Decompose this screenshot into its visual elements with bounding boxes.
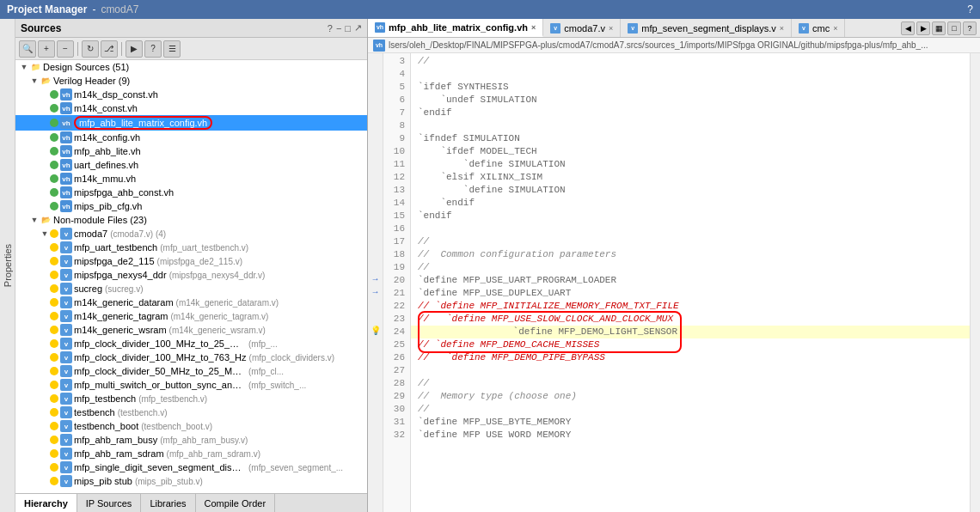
tree-item-mfp-ahb-lite-matrix-config[interactable]: vh mfp_ahb_lite_matrix_config.vh: [15, 115, 367, 131]
tab-mfp-seven-seg[interactable]: v mfp_seven_segment_displays.v ×: [621, 19, 792, 37]
status-dot-m14k-config: [50, 133, 58, 142]
tree-item-mipsfpga-de2-115[interactable]: v mipsfpga_de2_115 (mipsfpga_de2_115.v): [15, 254, 367, 268]
tab-nav-prev[interactable]: ◀: [901, 21, 915, 35]
tree-item-mfp-ahb-lite[interactable]: vh mfp_ahb_lite.vh: [15, 144, 367, 158]
tab-hierarchy[interactable]: Hierarchy: [15, 494, 77, 512]
sources-title: Sources: [21, 22, 61, 34]
tree-item-m14k-dsp-const[interactable]: vh m14k_dsp_const.vh: [15, 88, 367, 101]
cmoda7-toggle[interactable]: ▼: [40, 229, 50, 238]
gutter-row-7: [368, 105, 383, 118]
tree-item-mfp-ahb-ram-sdram[interactable]: v mfp_ahb_ram_sdram (mfp_ahb_ram_sdram.v…: [15, 447, 367, 460]
v-icon-clk100-763: v: [60, 351, 72, 363]
vh-icon-m14k-dsp-const: vh: [60, 88, 72, 101]
label-m14k-const: m14k_const.vh: [74, 103, 138, 113]
gutter-row-3: [368, 53, 383, 66]
title-help[interactable]: ?: [967, 3, 973, 15]
tree-item-m14k-config[interactable]: vh m14k_config.vh: [15, 131, 367, 144]
verilog-header-node[interactable]: ▼ 📂 Verilog Header (9): [15, 74, 367, 88]
gutter-row-5: [368, 79, 383, 92]
tree-item-mips-pib-cfg[interactable]: vh mips_pib_cfg.vh: [15, 199, 367, 213]
label-multi-switch: mfp_multi_switch_or_button_sync_and_debo…: [74, 380, 246, 390]
tree-item-m14k-generic-dataram[interactable]: v m14k_generic_dataram (m14k_generic_dat…: [15, 296, 367, 309]
tree-item-mipsfpga-nexys4-ddr[interactable]: v mipsfpga_nexys4_ddr (mipsfpga_nexys4_d…: [15, 268, 367, 282]
non-module-files-node[interactable]: ▼ 📂 Non-module Files (23): [15, 213, 367, 227]
menu-btn[interactable]: ☰: [163, 40, 181, 58]
panel-expand-btn[interactable]: ↗: [354, 22, 362, 34]
panel-help-btn[interactable]: ?: [328, 23, 333, 34]
sublabel-testbench-boot: (testbench_boot.v): [141, 422, 212, 431]
panel-minimize-btn[interactable]: −: [336, 23, 341, 34]
tab-nav-list[interactable]: ▦: [932, 21, 946, 35]
non-module-label: Non-module Files (23): [53, 215, 147, 225]
code-editor[interactable]: // `ifdef SYNTHESIS `undef SIMULATION `e…: [411, 53, 970, 512]
tab-cmc[interactable]: v cmc ×: [792, 19, 845, 37]
tree-item-mfp-single-digit[interactable]: v mfp_single_digit_seven_segment_display…: [15, 460, 367, 474]
tab-mfp-ahb-matrix-config[interactable]: vh mfp_ahb_lite_matrix_config.vh ×: [368, 19, 543, 37]
tree-item-mipsfpga-ahb-const[interactable]: vh mipsfpga_ahb_const.vh: [15, 186, 367, 199]
tree-item-mfp-testbench[interactable]: v mfp_testbench (mfp_testbench.v): [15, 392, 367, 405]
tab-close-mfp-ahb[interactable]: ×: [531, 23, 536, 32]
tree-item-uart-defines[interactable]: vh uart_defines.vh: [15, 158, 367, 172]
tree-item-m14k-generic-tagram[interactable]: v m14k_generic_tagram (m14k_generic_tagr…: [15, 309, 367, 323]
code-line-18: // Common configuration parameters: [411, 248, 970, 261]
design-sources-node[interactable]: ▼ 📁 Design Sources (51): [15, 60, 367, 74]
search-btn[interactable]: 🔍: [19, 40, 36, 58]
tree-item-mips-pib-stub[interactable]: v mips_pib stub (mips_pib_stub.v): [15, 474, 367, 488]
gutter-row-27: [368, 363, 383, 375]
editor-scrollbar[interactable]: [970, 53, 980, 512]
panel-header: Sources ? − □ ↗: [15, 19, 367, 38]
tree-item-m14k-generic-wsram[interactable]: v m14k_generic_wsram (m14k_generic_wsram…: [15, 323, 367, 337]
sources-tree[interactable]: ▼ 📁 Design Sources (51) ▼ 📂 Verilog Head…: [15, 60, 367, 493]
design-sources-label: Design Sources (51): [43, 62, 129, 72]
gutter-row-19: [368, 259, 383, 272]
cmoda7-node[interactable]: ▼ v cmoda7 (cmoda7.v) (4): [15, 227, 367, 241]
non-module-toggle[interactable]: ▼: [29, 216, 40, 224]
panel-restore-btn[interactable]: □: [345, 23, 351, 34]
tab-maximize[interactable]: □: [947, 21, 961, 35]
tree-item-mfp-uart-testbench[interactable]: v mfp_uart_testbench (mfp_uart_testbench…: [15, 241, 367, 254]
tab-close-mfp-seven-seg[interactable]: ×: [780, 24, 784, 33]
tree-item-multi-switch[interactable]: v mfp_multi_switch_or_button_sync_and_de…: [15, 378, 367, 392]
code-line-32: `define MFP USE WORD MEMORY: [411, 429, 970, 442]
add-btn[interactable]: +: [38, 40, 55, 58]
linenum-6: 6: [387, 94, 405, 107]
code-line-14: `endif: [411, 197, 970, 210]
gutter-row-9: [368, 131, 383, 143]
code-line-17: //: [411, 235, 970, 248]
tab-close-cmc[interactable]: ×: [833, 24, 837, 33]
branch-btn[interactable]: ⎇: [101, 40, 118, 58]
tree-item-clk-divider-100-25[interactable]: v mfp_clock_divider_100_MHz_to_25_MHz_12…: [15, 337, 367, 350]
tree-item-testbench-boot[interactable]: v testbench_boot (testbench_boot.v): [15, 419, 367, 433]
linenum-15: 15: [387, 210, 405, 222]
linenum-21: 21: [387, 287, 405, 300]
tab-close-cmoda7[interactable]: ×: [609, 24, 613, 33]
tree-item-m14k-mmu[interactable]: vh m14k_mmu.vh: [15, 172, 367, 186]
v-icon-cmoda7: v: [60, 228, 72, 240]
sublabel-clk100-763: (mfp_clock_dividers.v): [249, 353, 334, 363]
help-btn[interactable]: ?: [144, 40, 162, 58]
label-m14k-generic-dataram: m14k_generic_dataram: [74, 297, 174, 308]
toolbar-sep1: [77, 42, 78, 56]
refresh-btn[interactable]: ↻: [82, 40, 99, 58]
tree-item-clk-divider-50-25[interactable]: v mfp_clock_divider_50_MHz_to_25_MHz_12_…: [15, 364, 367, 378]
tab-ip-sources[interactable]: IP Sources: [77, 494, 142, 512]
tree-item-sucreg[interactable]: v sucreg (sucreg.v): [15, 282, 367, 296]
compile-btn[interactable]: ▶: [126, 40, 143, 58]
tab-help[interactable]: ?: [963, 21, 977, 35]
design-sources-toggle[interactable]: ▼: [19, 63, 29, 71]
tree-item-clk-divider-100-763[interactable]: v mfp_clock_divider_100_MHz_to_763_Hz (m…: [15, 350, 367, 364]
tab-compile-order[interactable]: Compile Order: [196, 494, 276, 512]
tree-item-testbench[interactable]: v testbench (testbench.v): [15, 405, 367, 419]
tab-nav-next[interactable]: ▶: [916, 21, 930, 35]
tab-cmoda7[interactable]: v cmoda7.v ×: [543, 19, 621, 37]
verilog-header-toggle[interactable]: ▼: [29, 76, 40, 85]
linenum-14: 14: [387, 197, 405, 210]
design-sources-folder-icon: 📁: [29, 61, 41, 73]
tree-item-mfp-ahb-ram-busy[interactable]: v mfp_ahb_ram_busy (mfp_ahb_ram_busy.v): [15, 433, 367, 447]
remove-btn[interactable]: −: [57, 40, 74, 58]
linenum-7: 7: [387, 107, 405, 119]
tree-item-m14k-const[interactable]: vh m14k_const.vh: [15, 101, 367, 115]
label-mipsfpga-de2-115: mipsfpga_de2_115: [74, 256, 155, 266]
code-line-25: // `define MFP_DEMO_CACHE_MISSES: [411, 338, 970, 351]
tab-libraries[interactable]: Libraries: [141, 494, 195, 512]
